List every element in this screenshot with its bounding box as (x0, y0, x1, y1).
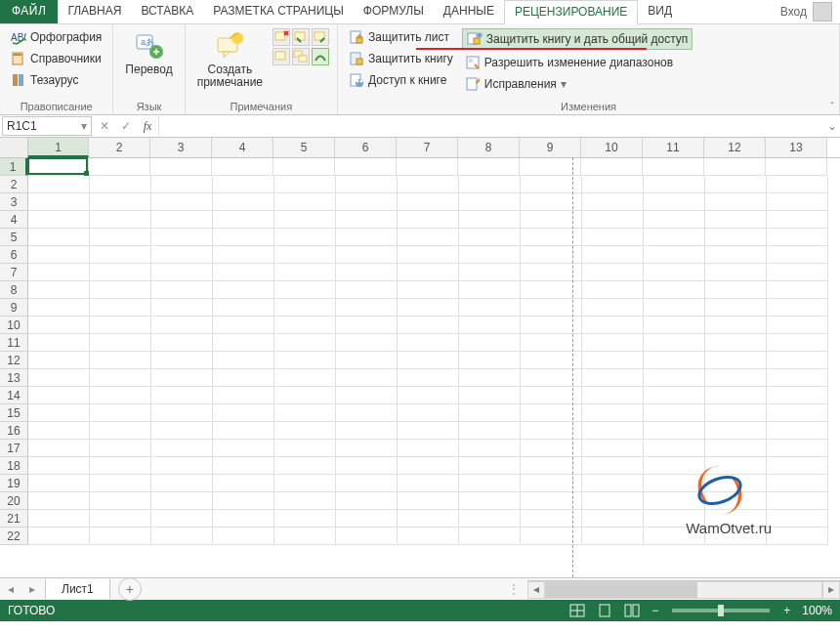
cell[interactable] (274, 492, 336, 510)
cell[interactable] (151, 264, 213, 281)
cell[interactable] (459, 229, 521, 246)
cell[interactable] (151, 369, 213, 387)
cell[interactable] (705, 440, 767, 457)
cell[interactable] (705, 492, 767, 510)
cell[interactable] (582, 369, 644, 387)
cell[interactable] (28, 387, 90, 404)
cell[interactable] (213, 422, 274, 440)
cell[interactable] (151, 475, 213, 492)
cell[interactable] (582, 352, 644, 369)
cell[interactable] (90, 528, 151, 545)
cell[interactable] (705, 475, 767, 492)
hscroll-left[interactable]: ◂ (527, 581, 545, 599)
cell[interactable] (767, 369, 828, 387)
cell[interactable] (459, 264, 521, 281)
cell[interactable] (151, 528, 213, 545)
cell[interactable] (151, 492, 213, 510)
cell[interactable] (705, 457, 767, 475)
cell[interactable] (582, 211, 644, 229)
enter-formula-button[interactable]: ✓ (115, 116, 137, 136)
cell[interactable] (398, 457, 459, 475)
cell[interactable] (90, 422, 151, 440)
cell[interactable] (705, 211, 767, 229)
tab-view[interactable]: ВИД (638, 0, 682, 23)
insert-function-button[interactable]: fx (137, 116, 158, 136)
cell[interactable] (398, 422, 459, 440)
tab-formulas[interactable]: ФОРМУЛЫ (354, 0, 434, 23)
cell[interactable] (90, 193, 151, 211)
cell[interactable] (767, 193, 828, 211)
cell[interactable] (336, 211, 398, 229)
cell[interactable] (644, 229, 705, 246)
zoom-percent[interactable]: 100% (802, 604, 832, 617)
cell[interactable] (398, 369, 459, 387)
cell[interactable] (705, 528, 767, 545)
col-header[interactable]: 11 (643, 138, 704, 157)
cell[interactable] (90, 176, 151, 193)
cancel-formula-button[interactable]: ✕ (94, 116, 115, 136)
cell[interactable] (398, 528, 459, 545)
translate-button[interactable]: aあ Перевод (121, 28, 176, 78)
cell[interactable] (398, 299, 459, 316)
cell[interactable] (28, 211, 90, 229)
cell[interactable] (459, 299, 521, 316)
cell[interactable] (582, 528, 644, 545)
file-tab[interactable]: ФАЙЛ (0, 0, 58, 23)
cell[interactable] (705, 229, 767, 246)
next-comment-button[interactable] (312, 28, 329, 46)
cell[interactable] (151, 316, 213, 334)
cell[interactable] (28, 176, 90, 193)
cell[interactable] (28, 193, 90, 211)
cell[interactable] (398, 316, 459, 334)
cell[interactable] (644, 404, 705, 422)
cell[interactable] (644, 176, 705, 193)
cell[interactable] (336, 334, 398, 352)
cell[interactable] (336, 492, 398, 510)
hscroll-thumb[interactable] (546, 582, 697, 598)
row-header[interactable]: 11 (0, 334, 28, 352)
row-header[interactable]: 2 (0, 176, 28, 193)
cell[interactable] (767, 246, 828, 264)
cell[interactable] (398, 440, 459, 457)
cell[interactable] (274, 193, 336, 211)
chevron-down-icon[interactable]: ▾ (81, 119, 87, 133)
zoom-thumb[interactable] (718, 605, 724, 616)
cell[interactable] (459, 457, 521, 475)
col-header[interactable]: 3 (150, 138, 212, 157)
cell[interactable] (582, 246, 644, 264)
delete-comment-button[interactable] (273, 28, 290, 46)
cell[interactable] (582, 475, 644, 492)
cell[interactable] (274, 229, 336, 246)
collapse-ribbon-button[interactable]: ˆ (830, 101, 834, 112)
cell[interactable] (28, 299, 90, 316)
expand-formula-bar-button[interactable]: ⌄ (824, 119, 840, 133)
cell[interactable] (398, 352, 459, 369)
row-header[interactable]: 4 (0, 211, 28, 229)
cell[interactable] (90, 492, 151, 510)
cell[interactable] (28, 528, 90, 545)
cell[interactable] (582, 422, 644, 440)
cell[interactable] (28, 281, 90, 299)
cell[interactable] (213, 492, 274, 510)
cell[interactable] (90, 510, 151, 528)
cell[interactable] (274, 422, 336, 440)
row-header[interactable]: 21 (0, 510, 28, 528)
cell[interactable] (644, 492, 705, 510)
cell[interactable] (336, 229, 398, 246)
sheet-nav-next[interactable]: ▸ (21, 582, 43, 596)
cell[interactable] (151, 404, 213, 422)
cell[interactable] (397, 158, 458, 176)
row-header[interactable]: 17 (0, 440, 28, 457)
show-hide-comment-button[interactable] (273, 48, 290, 65)
cell[interactable] (644, 475, 705, 492)
cell[interactable] (213, 246, 274, 264)
cell[interactable] (28, 510, 90, 528)
cell[interactable] (213, 176, 274, 193)
row-header[interactable]: 7 (0, 264, 28, 281)
cell[interactable] (705, 422, 767, 440)
cell[interactable] (459, 440, 521, 457)
cell[interactable] (644, 440, 705, 457)
cell[interactable] (336, 422, 398, 440)
cell[interactable] (151, 229, 213, 246)
cell[interactable] (28, 492, 90, 510)
